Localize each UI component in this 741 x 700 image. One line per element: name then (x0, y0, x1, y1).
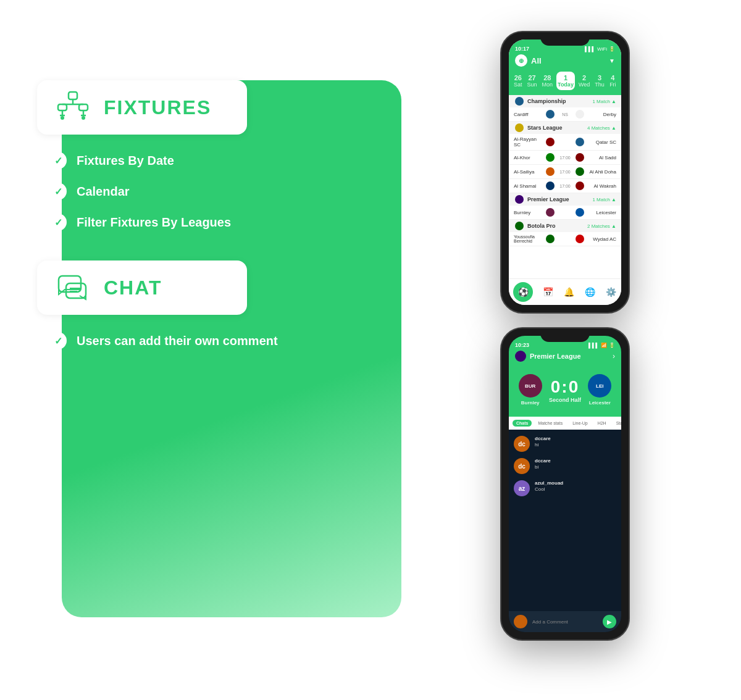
away-team-block: LEI Leicester (588, 374, 611, 406)
phone2-tabs: Chats Matche stats Line-Up H2H Standings (509, 417, 621, 430)
scoreboard: BUR Burnley 0:0 Second Half LEI Leiceste… (509, 365, 621, 417)
chat-msg-2: dc dccare bi (514, 458, 616, 474)
chat-content-3: azul_mouad Cool (535, 480, 563, 492)
wifi-icon: WiFi (597, 46, 607, 52)
home-team-block: BUR Burnley (519, 374, 542, 406)
tab-match-stats[interactable]: Matche stats (534, 420, 566, 427)
fixtures-badge: FIXTURES (37, 80, 247, 135)
dccare-avatar-2: dc (514, 458, 530, 474)
score-display: 0:0 (549, 377, 581, 397)
check-icon-3 (49, 214, 67, 231)
date-1-today[interactable]: 1Today (556, 72, 575, 90)
match-alrayyan-qatar[interactable]: Al-Rayyan SC Qatar SC (509, 134, 621, 151)
date-28[interactable]: 28Mon (541, 72, 555, 90)
chat-input-bar[interactable]: Add a Comment ▶ (509, 611, 621, 632)
date-2[interactable]: 2Wed (577, 72, 591, 90)
match-alshamal-alwakrah[interactable]: Al Shamal 17:00 Al Wakrah (509, 179, 621, 193)
battery-icon: 🔋 (609, 46, 615, 52)
league-botola: Botola Pro 2 Matches ▲ (509, 220, 621, 232)
match-alsailiya-alahli[interactable]: Al-Sailiya 17:00 Al Ahli Doha (509, 165, 621, 179)
azul-avatar: az (514, 480, 530, 496)
nav-bell-icon[interactable]: 🔔 (563, 286, 575, 298)
chat-username-3: azul_mouad (535, 480, 563, 486)
away-team-name: Leicester (589, 400, 611, 406)
score-block: 0:0 Second Half (549, 377, 581, 403)
tab-chats[interactable]: Chats (513, 420, 532, 427)
chat-text-3: Cool (535, 486, 563, 492)
nav-settings-icon[interactable]: ⚙️ (605, 286, 617, 298)
match-cardiff-derby[interactable]: Cardiff NS Derby (509, 107, 621, 122)
chat-username-1: dccare (535, 436, 551, 441)
svg-rect-3 (58, 104, 67, 110)
chat-msg-3: az azul_mouad Cool (514, 480, 616, 496)
chat-msg-1: dc dccare hi (514, 436, 616, 452)
chat-text-1: hi (535, 442, 551, 448)
league-premier: Premier League 1 Match ▲ (509, 193, 621, 206)
phone2-notch (540, 328, 590, 342)
match-list: Championship 1 Match ▲ Cardiff NS Derby … (509, 95, 621, 299)
nav-home-icon[interactable]: ⚽ (513, 282, 533, 302)
phone1-navbar: ⚽ 📅 🔔 🌐 ⚙️ (509, 278, 621, 305)
fixtures-check-3: Filter Fixtures By Leagues (49, 214, 278, 231)
phone1: 10:17 ▌▌▌ WiFi 🔋 ⊕ All ▼ 26Sat 27Sun (500, 31, 630, 314)
phone2-container: 10:23 ▌▌▌ 📶 🔋 Premier League › (500, 327, 630, 641)
phone2-time: 10:23 (515, 342, 529, 348)
check-icon-1 (49, 152, 67, 169)
check-icon-2 (49, 183, 67, 200)
date-26[interactable]: 26Sat (513, 72, 524, 90)
league-chevron-icon[interactable]: › (613, 352, 615, 360)
date-27[interactable]: 27Sun (526, 72, 538, 90)
chat-content-1: dccare hi (535, 436, 551, 448)
fixtures-label: FIXTURES (104, 96, 211, 119)
signal-icon: ▌▌▌ (585, 46, 595, 52)
phone1-screen: 10:17 ▌▌▌ WiFi 🔋 ⊕ All ▼ 26Sat 27Sun (509, 40, 621, 305)
chat-content-2: dccare bi (535, 458, 551, 470)
check-icon-4 (49, 332, 67, 349)
phone2-signal-icon: ▌▌▌ (588, 343, 599, 348)
chat-label: CHAT (104, 277, 162, 299)
chevron-down-icon: ▼ (609, 57, 615, 64)
chat-icon (54, 269, 91, 306)
tab-lineup[interactable]: Line-Up (569, 420, 592, 427)
all-leagues-row[interactable]: ⊕ All ▼ (509, 52, 621, 70)
match-burnley-leicester[interactable]: Burnley Leicester (509, 206, 621, 220)
phone2-wifi-icon: 📶 (601, 343, 607, 348)
date-3[interactable]: 3Thu (593, 72, 606, 90)
svg-rect-4 (79, 104, 88, 110)
home-team-name: Burnley (521, 400, 540, 406)
match-alkhor-alsadd[interactable]: Al-Khor 17:00 Al Sadd (509, 151, 621, 165)
chat-username-2: dccare (535, 458, 551, 464)
phone2-battery-icon: 🔋 (609, 343, 615, 348)
svg-point-9 (61, 116, 64, 120)
league-title: Premier League (530, 352, 581, 360)
match-status: Second Half (549, 397, 581, 403)
comment-input[interactable]: Add a Comment (532, 619, 603, 625)
svg-rect-0 (69, 92, 77, 99)
fixtures-checklist: Fixtures By Date Calendar Filter Fixture… (37, 152, 278, 231)
phone1-time: 10:17 (515, 46, 529, 52)
fixtures-check-2: Calendar (49, 183, 278, 200)
fixtures-icon (54, 89, 91, 126)
league-header: Premier League › (509, 348, 621, 365)
date-row: 26Sat 27Sun 28Mon 1Today 2Wed 3Thu (509, 70, 621, 95)
phone2-screen: 10:23 ▌▌▌ 📶 🔋 Premier League › (509, 336, 621, 632)
tab-standings[interactable]: Standings (613, 420, 621, 427)
phone1-container: 10:17 ▌▌▌ WiFi 🔋 ⊕ All ▼ 26Sat 27Sun (500, 31, 630, 314)
match-youssoufia-wydad[interactable]: Youssoufia Berrechid Wydad AC (509, 232, 621, 246)
tab-h2h[interactable]: H2H (594, 420, 610, 427)
burnley-crest: BUR (519, 374, 542, 398)
all-text: All (531, 56, 609, 65)
date-4[interactable]: 4Fri (608, 72, 618, 90)
user-avatar (514, 615, 527, 628)
chat-checklist: Users can add their own comment (37, 332, 278, 349)
dccare-avatar-1: dc (514, 436, 530, 452)
fixtures-section: FIXTURES Fixtures By Date Calendar Filte… (37, 80, 278, 379)
svg-point-10 (82, 116, 85, 120)
send-button[interactable]: ▶ (603, 615, 616, 628)
nav-calendar-icon[interactable]: 📅 (542, 286, 554, 298)
nav-globe-icon[interactable]: 🌐 (584, 286, 596, 298)
phone1-notch (540, 32, 590, 46)
globe-icon: ⊕ (515, 54, 527, 67)
leicester-crest: LEI (588, 374, 611, 398)
chat-badge: CHAT (37, 260, 247, 315)
